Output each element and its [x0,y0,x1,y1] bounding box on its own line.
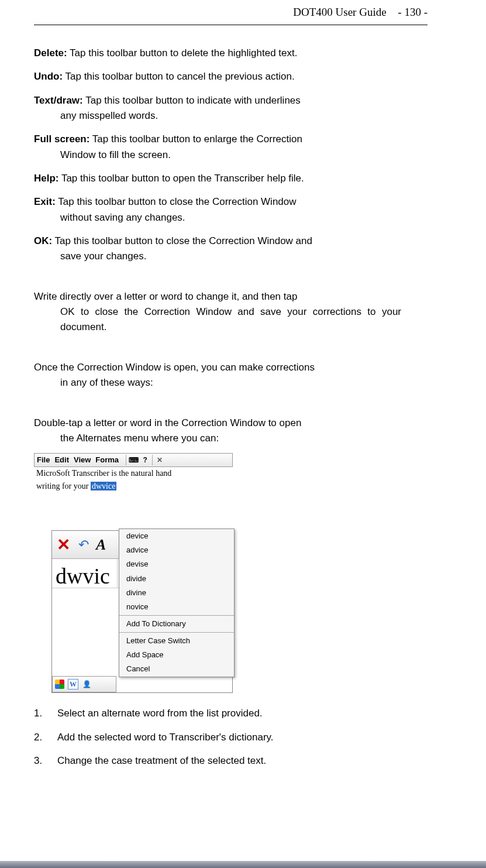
page-header: DOT400 User Guide - 130 - [293,6,428,19]
menu-edit[interactable]: Edit [54,454,69,466]
para-text: Double-tap a letter or word in the Corre… [34,417,301,428]
menu-format[interactable]: Forma [95,454,119,466]
para-text: Write directly over a letter or word to … [34,291,297,302]
menu-add-space[interactable]: Add Space [119,648,234,662]
help-icon[interactable]: ? [140,455,150,465]
list-text: Change the case treatment of the selecte… [57,753,266,768]
menu-view[interactable]: View [74,454,91,466]
definition-text: Tap this toolbar button to close the Cor… [52,235,312,246]
list-text: Select an alternate word from the list p… [57,706,263,721]
definition-label: Exit: [34,196,56,207]
definition-label: Undo: [34,71,63,82]
menubar-icons: ⌨ ? ✕ [126,455,164,465]
list-text: Add the selected word to Transcriber's d… [57,730,274,745]
alternate-word[interactable]: novice [119,600,234,614]
alternate-word[interactable]: divine [119,586,234,600]
definition-text: Tap this toolbar button to cancel the pr… [63,71,295,82]
word-app-icon[interactable]: W [68,679,78,689]
undo-icon[interactable]: ↶ [75,535,92,555]
definition-text: Tap this toolbar button to open the Tran… [59,173,304,184]
list-item: 2. Add the selected word to Transcriber'… [34,730,401,745]
alternate-word[interactable]: divide [119,572,234,586]
definition-text-cont: without saving any changes. [34,210,401,225]
user-icon[interactable]: 👤 [82,680,91,689]
definition-text: Tap this toolbar button to delete the hi… [67,47,298,59]
alternate-word[interactable]: advice [119,543,234,557]
definition-delete: Delete: Tap this toolbar button to delet… [34,46,401,61]
screenshot-editor-window: File Edit View Forma ⌨ ? ✕ MicroSoft Tra… [34,453,233,493]
editor-text-prefix: writing for your [36,482,91,490]
alternates-menu: device advice devise divide divine novic… [119,529,235,677]
separator [126,455,126,465]
list-number: 1. [34,706,57,721]
definition-text-cont: any misspelled words. [34,108,401,123]
para-text-cont: in any of these ways: [34,375,401,390]
definition-help: Help: Tap this toolbar button to open th… [34,171,401,186]
definition-text-cont: Window to fill the screen. [34,147,401,163]
keyboard-icon[interactable]: ⌨ [129,455,138,465]
textdraw-icon[interactable]: A [94,533,108,557]
menu-add-to-dictionary[interactable]: Add To Dictionary [119,617,234,631]
definition-exit: Exit: Tap this toolbar button to close t… [34,194,401,225]
embedded-screenshot: File Edit View Forma ⌨ ? ✕ MicroSoft Tra… [34,453,401,694]
alternate-word[interactable]: devise [119,557,234,571]
header-title: DOT400 User Guide [293,6,386,18]
definition-text-cont: save your changes. [34,249,401,264]
definition-textdraw: Text/draw: Tap this toolbar button to in… [34,93,401,124]
list-item: 1. Select an alternate word from the lis… [34,706,401,721]
close-icon[interactable]: ✕ [155,455,164,465]
editor-text-line2: writing for your dwvice [34,480,233,493]
menu-cancel[interactable]: Cancel [119,662,234,676]
list-number: 3. [34,753,57,768]
windows-start-icon[interactable] [55,680,64,689]
definition-fullscreen: Full screen: Tap this toolbar button to … [34,132,401,163]
menu-separator [119,615,234,616]
definition-label: Delete: [34,47,67,59]
exit-icon[interactable]: ✕ [53,532,74,557]
header-page-number: - 130 - [398,6,428,18]
definition-text: Tap this toolbar button to enlarge the C… [89,133,302,145]
definition-label: Text/draw: [34,95,83,106]
page-footer-bar [0,861,486,868]
highlighted-word[interactable]: dwvice [91,482,116,490]
definition-text: Tap this toolbar button to close the Cor… [56,196,297,207]
definition-ok: OK: Tap this toolbar button to close the… [34,234,401,265]
para-text-cont: the Alternates menu where you can: [34,431,401,446]
definition-label: OK: [34,235,52,246]
screenshot-taskbar: W 👤 [52,676,116,692]
menu-letter-case-switch[interactable]: Letter Case Switch [119,634,234,648]
para-text: Once the Correction Window is open, you … [34,362,315,373]
correction-big-word[interactable]: dwvic [52,559,118,588]
definition-text: Tap this toolbar button to indicate with… [83,95,301,106]
header-divider [34,25,428,25]
paragraph-once-open: Once the Correction Window is open, you … [34,360,401,391]
list-number: 2. [34,730,57,745]
numbered-list: 1. Select an alternate word from the lis… [34,706,401,768]
menu-separator [119,632,234,633]
page-content: Delete: Tap this toolbar button to delet… [34,46,401,777]
definition-label: Full screen: [34,133,89,145]
paragraph-write-directly: Write directly over a letter or word to … [34,289,401,335]
editor-text-line1: MicroSoft Transcriber is the natural han… [34,467,233,480]
paragraph-double-tap: Double-tap a letter or word in the Corre… [34,416,401,447]
definition-label: Help: [34,173,59,184]
menu-file[interactable]: File [37,454,50,466]
list-item: 3. Change the case treatment of the sele… [34,753,401,768]
screenshot-menubar: File Edit View Forma ⌨ ? ✕ [34,453,233,467]
para-text-cont: OK to close the Correction Window and sa… [34,304,401,335]
separator [152,455,153,465]
definition-undo: Undo: Tap this toolbar button to cancel … [34,69,401,84]
alternate-word[interactable]: device [119,529,234,543]
